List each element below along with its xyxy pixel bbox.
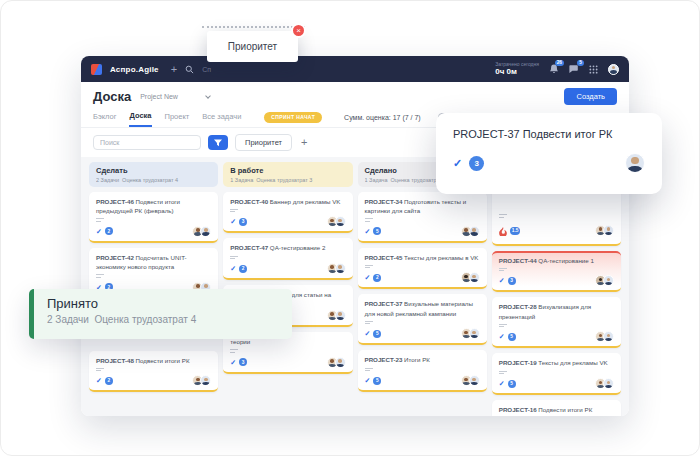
check-icon: ✓ <box>365 377 371 384</box>
avatar <box>335 263 346 274</box>
count-badge: 3 <box>469 156 484 171</box>
task-text: QA-тестирование 1 <box>538 257 594 264</box>
task-card[interactable]: PROJECT-46 Подвести итоги предыдущей РК … <box>89 192 218 243</box>
time-tracker[interactable]: Затрачено сегодня 0ч 0м <box>495 61 539 77</box>
search-icon[interactable] <box>185 65 194 74</box>
task-footer: ✓ 2 <box>96 226 211 237</box>
top-navigation-bar: Аспро.Agile + Сп Затрачено сегодня 0ч 0м… <box>81 56 629 82</box>
task-id: PROJECT-47 <box>230 244 268 251</box>
aspro-logo-icon <box>91 64 102 75</box>
task-id: PROJECT-34 <box>365 198 403 205</box>
project-name: Project New <box>140 93 178 100</box>
avatar <box>603 378 614 389</box>
bell-badge: 26 <box>555 60 564 66</box>
check-icon: ✓ <box>365 330 371 337</box>
task-title: PROJECT-48 Подвести итоги РК <box>96 356 211 365</box>
filter-funnel-button[interactable] <box>208 135 228 150</box>
task-card-popover[interactable]: PROJECT-37 Подвести итог РК ✓ 3 <box>436 113 662 194</box>
task-footer: ✓ 5 <box>499 378 614 389</box>
board-column: ✓ 1.5 PROJECT-44 QA-тестирование 1 ✓ 3 <box>492 162 621 416</box>
task-card[interactable]: PROJECT-23 Итоги РК ✓ 5 <box>358 350 487 392</box>
column-cards: ✓ 1.5 PROJECT-44 QA-тестирование 1 ✓ 3 <box>492 189 621 416</box>
task-id: PROJECT-19 <box>499 359 537 366</box>
avatar <box>335 310 346 321</box>
task-card[interactable]: PROJECT-34 Подготовить тексты и картинки… <box>358 192 487 243</box>
board-column: Сделать 2 Задачи Оценка трудозатрат 4 PR… <box>89 162 218 397</box>
description-icon <box>96 218 211 222</box>
popover-column-title: Принято <box>47 296 279 311</box>
task-title: PROJECT-16 Подвести итоги РК <box>499 405 614 414</box>
assignee-avatars <box>595 225 614 236</box>
task-card[interactable]: PROJECT-28 Визуализация для презентаций … <box>492 297 621 348</box>
count-badge: 2 <box>239 265 247 273</box>
tab-project[interactable]: Проект <box>165 108 190 126</box>
assignee-avatars <box>595 331 614 342</box>
search-input[interactable] <box>93 135 201 150</box>
task-card[interactable]: PROJECT-40 Баннер для рекламы VK ✓ 3 <box>223 192 352 234</box>
user-avatar[interactable] <box>608 64 619 75</box>
task-card[interactable]: PROJECT-44 QA-тестирование 1 ✓ 3 <box>492 251 621 293</box>
task-title: PROJECT-47 QA-тестирование 2 <box>230 243 345 252</box>
task-footer: ✓ 1.5 <box>499 222 614 240</box>
check-icon: ✓ <box>96 377 102 384</box>
column-title: Сделать <box>96 166 211 175</box>
description-icon <box>365 321 480 325</box>
priority-popover-label: Приоритет <box>228 41 277 52</box>
task-card[interactable]: PROJECT-47 QA-тестирование 2 ✓ 2 <box>223 238 352 280</box>
task-title: PROJECT-40 Баннер для рекламы VK <box>230 197 345 206</box>
task-id: PROJECT-40 <box>230 198 268 205</box>
column-header[interactable]: В работе 1 Задача Оценка трудозатрат 3 <box>223 162 352 187</box>
task-footer: ✓ 2 <box>365 272 480 283</box>
avatar <box>603 275 614 286</box>
add-filter-button[interactable]: + <box>299 137 309 148</box>
funnel-icon <box>214 139 222 147</box>
task-card[interactable]: PROJECT-19 Тексты для рекламы VK ✓ 5 <box>492 353 621 395</box>
tab-board[interactable]: Доска <box>129 107 151 127</box>
description-icon <box>499 214 614 218</box>
task-card[interactable]: PROJECT-45 Тексты для рекламы в VK ✓ 2 <box>358 248 487 290</box>
board-header: Доска Project New Создать <box>81 82 629 106</box>
bell-icon[interactable]: 26 <box>549 64 559 74</box>
chat-icon[interactable]: 5 <box>569 64 579 74</box>
count-badge: 5 <box>373 377 381 385</box>
task-footer: ✓ 2 <box>230 263 345 274</box>
avatar <box>625 153 645 173</box>
column-title: В работе <box>230 166 345 175</box>
task-card[interactable]: PROJECT-16 Подвести итоги РК ✓ <box>492 400 621 416</box>
priority-filter-chip[interactable]: Приоритет <box>235 134 292 151</box>
task-id: PROJECT-16 <box>499 406 537 413</box>
description-icon <box>365 368 480 372</box>
apps-grid-icon[interactable] <box>589 65 598 74</box>
task-card[interactable]: ✓ 1.5 <box>492 189 621 246</box>
description-icon <box>230 256 345 260</box>
tab-all-tasks[interactable]: Все задачи <box>202 108 241 126</box>
add-icon[interactable]: + <box>171 64 177 75</box>
avatar <box>335 357 346 368</box>
assignee-avatars <box>327 310 346 321</box>
board-column: Сделано 1 Задача Оценка трудозатрат PROJ… <box>358 162 487 397</box>
topbar-search-text[interactable]: Сп <box>202 66 211 73</box>
fire-icon <box>499 222 507 240</box>
task-card[interactable]: PROJECT-48 Подвести итоги РК ✓ 2 <box>89 351 218 393</box>
chevron-down-icon <box>205 93 211 99</box>
task-title: PROJECT-28 Визуализация для презентаций <box>499 302 614 321</box>
task-id: PROJECT-23 <box>365 356 403 363</box>
project-selector[interactable]: Project New <box>140 93 210 100</box>
close-icon[interactable]: × <box>291 23 306 38</box>
task-title: PROJECT-34 Подготовить тексты и картинки… <box>365 197 480 216</box>
assignee-avatars <box>461 272 480 283</box>
description-icon <box>96 274 211 278</box>
check-icon: ✓ <box>230 218 236 225</box>
create-button[interactable]: Создать <box>564 88 617 105</box>
task-card[interactable]: PROJECT-37 Визуальные материалы для ново… <box>358 294 487 345</box>
check-icon: ✓ <box>453 157 462 170</box>
task-title: PROJECT-19 Тексты для рекламы VK <box>499 358 614 367</box>
task-title: PROJECT-37 Визуальные материалы для ново… <box>365 299 480 318</box>
column-header[interactable]: Сделать 2 Задачи Оценка трудозатрат 4 <box>89 162 218 187</box>
count-badge: 5 <box>508 333 516 341</box>
description-icon <box>365 265 480 269</box>
task-id: PROJECT-45 <box>365 254 403 261</box>
check-icon: ✓ <box>230 265 236 272</box>
description-icon <box>499 371 614 375</box>
tab-backlog[interactable]: Бэклог <box>93 108 116 126</box>
